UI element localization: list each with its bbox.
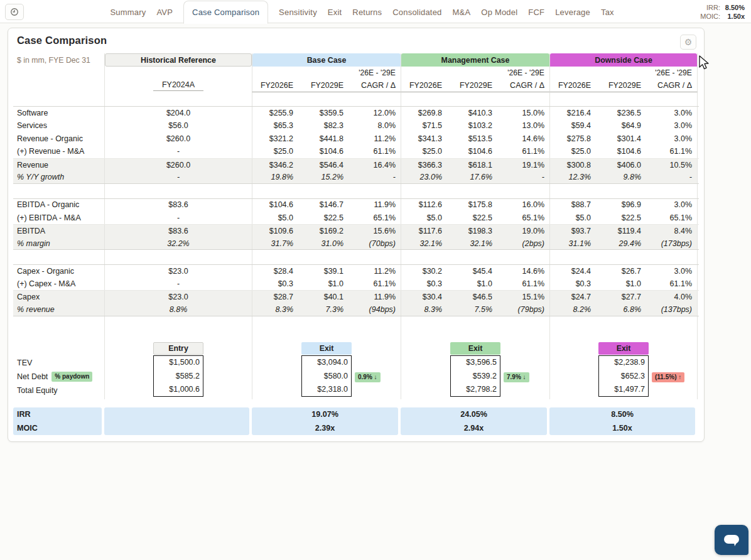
cell-value: (70bps) — [369, 239, 396, 248]
cell-value: $104.6 — [617, 147, 641, 156]
cell: $65.3 — [252, 119, 302, 132]
exit-header: Exit — [301, 342, 352, 355]
cell-value: - — [177, 279, 180, 288]
chat-button[interactable] — [715, 525, 748, 555]
row-label-cell: (+) EBITDA - M&A — [13, 211, 104, 224]
case-comparison-table: $ in mm, FYE Dec 31Historical ReferenceB… — [13, 53, 699, 435]
cell-value: 61.1% — [374, 279, 396, 288]
equity-value: $3,596.5 — [451, 356, 500, 370]
period-label: '26E - '29E — [655, 68, 692, 77]
cell: 14.6% — [501, 265, 549, 277]
cell-value: 7.3% — [326, 305, 344, 314]
cell: $112.6 — [401, 199, 451, 212]
cell: 15.0% — [501, 107, 549, 119]
cell: $618.1 — [451, 159, 501, 171]
period-cell: CAGR / Δ — [352, 79, 401, 92]
tab-leverage[interactable]: Leverage — [555, 1, 590, 23]
cell: (173bps) — [650, 237, 698, 250]
cell-value: 15.6% — [374, 227, 396, 235]
row-label-cell: % margin — [13, 237, 104, 250]
period-label: FY2029E — [460, 81, 492, 90]
cell: $64.9 — [600, 119, 650, 132]
row-label-cell: (+) Revenue - M&A — [13, 145, 104, 158]
hist-period-cell: FY2024A — [104, 79, 252, 92]
cell-value: $28.7 — [274, 293, 293, 301]
cell: 61.1% — [352, 277, 401, 291]
tab-sensitivity[interactable]: Sensitivity — [279, 1, 317, 23]
spacer-cell — [13, 316, 104, 342]
cell-value: 8.3% — [424, 305, 443, 314]
cell: 32.2% — [104, 237, 252, 250]
empty-cell — [104, 67, 252, 79]
tab-op-model[interactable]: Op Model — [481, 1, 517, 23]
cell: $119.4 — [600, 225, 650, 237]
tab-avp[interactable]: AVP — [156, 1, 173, 23]
spacer-cell — [104, 184, 252, 198]
cell: $82.3 — [302, 119, 352, 132]
cell: 8.0% — [352, 119, 401, 132]
tab-consolidated[interactable]: Consolidated — [392, 1, 441, 23]
row-label: Net Debt — [17, 372, 48, 381]
cell-value: 3.0% — [674, 109, 693, 117]
spacer-cell — [401, 92, 549, 106]
cell: $56.0 — [104, 119, 252, 132]
cell-value: $40.1 — [324, 293, 343, 301]
settings-button[interactable]: ⚙ — [680, 35, 696, 50]
cell: 11.9% — [352, 291, 401, 303]
cell: 3.0% — [650, 107, 698, 119]
cell-value: 1.50x — [612, 424, 632, 433]
period-label: FY2029E — [608, 81, 641, 90]
equity-value: $1,500.0 — [154, 356, 203, 370]
tab-case-comparison[interactable]: Case Comparison — [183, 1, 268, 24]
row-label-cell: Capex — [13, 291, 104, 303]
deal-row-labels: TEVNet Debt% paydownTotal Equity — [13, 355, 104, 399]
cell-value: $64.9 — [622, 121, 641, 130]
cell-value: $260.0 — [166, 161, 190, 170]
tab-returns[interactable]: Returns — [352, 1, 382, 23]
case-header: Management Case — [401, 53, 549, 67]
irr-metric-label: IRR: — [706, 3, 720, 12]
empty-cell — [549, 67, 600, 79]
period-label: '26E - '29E — [359, 68, 396, 77]
cell-value: 16.4% — [374, 161, 396, 170]
returns-label-cell: IRRMOIC — [13, 407, 104, 435]
empty-cell — [451, 67, 501, 79]
cell: 15.6% — [352, 225, 401, 237]
period-cell: FY2029E — [600, 79, 650, 92]
cell-value: $169.2 — [320, 227, 343, 235]
cell: (70bps) — [352, 237, 401, 250]
row-label: (+) Capex - M&A — [17, 279, 75, 288]
equity-value: $3,094.0 — [302, 356, 351, 370]
cell-value: $24.7 — [571, 293, 591, 301]
cell-value: $513.5 — [468, 134, 492, 143]
cell-value: $39.1 — [324, 267, 343, 276]
cell-value: (79bps) — [518, 305, 544, 314]
returns-case-cell: 8.50%1.50x — [549, 407, 698, 435]
cell: 11.2% — [352, 265, 401, 277]
change-badge: 0.9% ↓ — [355, 372, 381, 382]
cell: $341.3 — [401, 132, 451, 145]
cell: - — [104, 145, 252, 158]
cell-value: $366.3 — [418, 161, 442, 170]
returns-case-cell: 19.07%2.39x — [252, 407, 401, 435]
tab-tax[interactable]: Tax — [601, 1, 614, 23]
returns-label: MOIC — [13, 421, 102, 435]
cell: 8.8% — [104, 303, 252, 316]
cell-value: 8.0% — [378, 121, 396, 130]
cell: $96.9 — [600, 199, 650, 212]
cell: $546.4 — [302, 159, 352, 171]
cell: 7.3% — [302, 303, 352, 316]
case-header-cell: Downside Case — [549, 53, 698, 67]
returns-block — [104, 407, 249, 435]
tab-m-a[interactable]: M&A — [453, 1, 471, 23]
cell-value: $275.8 — [567, 134, 591, 143]
table-row: Software$204.0$255.9$359.512.0%$269.8$41… — [13, 106, 699, 119]
cell: 31.1% — [549, 237, 600, 250]
returns-block: 24.05%2.94x — [401, 407, 547, 435]
tab-exit[interactable]: Exit — [328, 1, 342, 23]
tab-summary[interactable]: Summary — [110, 1, 146, 23]
history-toggle-button[interactable] — [5, 4, 24, 20]
empty-cell — [13, 79, 104, 92]
period-cell: FY2029E — [451, 79, 501, 92]
tab-fcf[interactable]: FCF — [528, 1, 544, 23]
